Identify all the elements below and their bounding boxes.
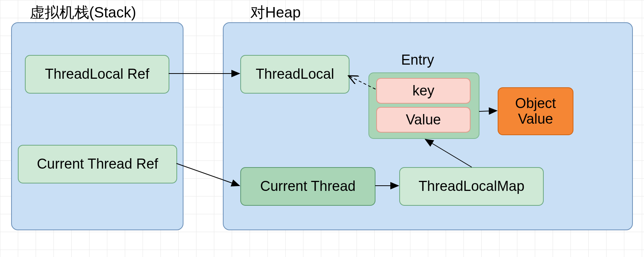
threadlocalmap-box: ThreadLocalMap — [399, 167, 544, 206]
stack-title: 虚拟机栈(Stack) — [30, 2, 136, 23]
entry-value-box: Value — [376, 107, 471, 133]
current-thread-box: Current Thread — [240, 167, 375, 206]
current-thread-ref-box: Current Thread Ref — [18, 145, 177, 183]
threadlocal-ref-box: ThreadLocal Ref — [25, 55, 169, 94]
threadlocal-box: ThreadLocal — [240, 55, 349, 94]
entry-label: Entry — [401, 52, 434, 68]
heap-title: 对Heap — [250, 2, 301, 23]
object-value-box: Object Value — [498, 87, 573, 135]
entry-key-box: key — [376, 78, 471, 104]
stack-container — [11, 22, 183, 230]
